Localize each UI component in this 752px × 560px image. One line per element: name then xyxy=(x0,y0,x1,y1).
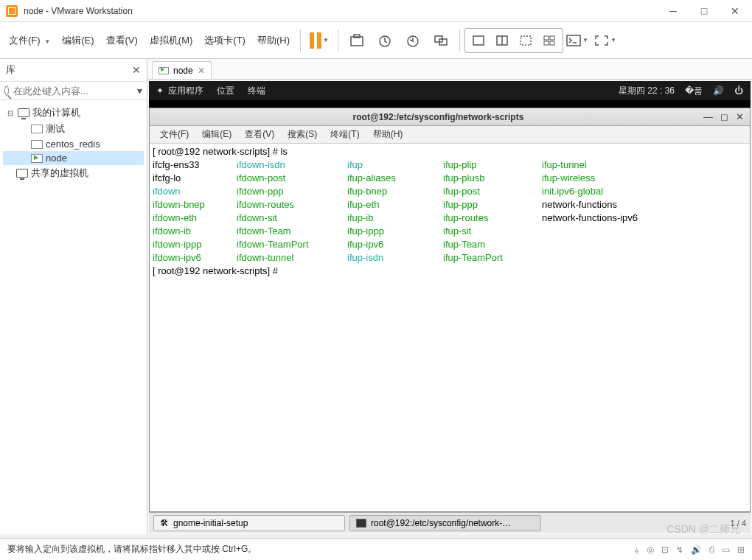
status-bar: 要将输入定向到该虚拟机，请将鼠标指针移入其中或按 Ctrl+G。 ⏚ ◎ ⊡ ↯… xyxy=(0,538,752,560)
workspace-indicator[interactable]: 1 / 4 xyxy=(731,519,746,528)
device-sound-icon[interactable]: 🔊 xyxy=(691,545,702,555)
maximize-button[interactable]: □ xyxy=(699,6,709,16)
terminal-window: root@192:/etc/sysconfig/network-scripts … xyxy=(149,108,751,512)
ls-entry: ifup-ipv6 xyxy=(347,238,443,251)
ls-entry: ifdown-bnep xyxy=(153,198,237,211)
ls-entry: ifdown-TeamPort xyxy=(237,238,347,251)
term-menu-terminal[interactable]: 终端(T) xyxy=(326,127,363,142)
task-gnome-initial-setup[interactable]: 🛠 gnome-initial-setup xyxy=(153,515,345,531)
menu-edit[interactable]: 编辑(E) xyxy=(56,31,100,50)
svg-rect-10 xyxy=(544,36,549,40)
terminal-menubar: 文件(F) 编辑(E) 查看(V) 搜索(S) 终端(T) 帮助(H) xyxy=(150,126,750,144)
terminal-titlebar[interactable]: root@192:/etc/sysconfig/network-scripts … xyxy=(150,108,750,126)
snapshot-mgr-button[interactable] xyxy=(400,28,425,53)
window-titlebar: node - VMware Workstation ─ □ ✕ xyxy=(0,0,752,22)
device-hdd-icon[interactable]: ⏚ xyxy=(634,545,639,555)
view-single-button[interactable] xyxy=(468,30,489,51)
menubar: 文件(F) ▼ 编辑(E) 查看(V) 虚拟机(M) 选项卡(T) 帮助(H) … xyxy=(0,22,752,59)
view-thumbnail-button[interactable] xyxy=(539,30,560,51)
device-usb-icon[interactable]: ↯ xyxy=(676,545,683,555)
svg-rect-12 xyxy=(544,41,549,45)
message-icon[interactable]: ⊞ xyxy=(737,545,745,555)
term-menu-file[interactable]: 文件(F) xyxy=(156,127,193,142)
ls-entry: ifup-wireless xyxy=(542,172,704,185)
tree-shared-vms[interactable]: 共享的虚拟机 xyxy=(3,165,144,181)
svg-rect-11 xyxy=(550,36,554,40)
svg-rect-13 xyxy=(550,41,554,45)
library-search[interactable]: ▾ xyxy=(0,82,147,100)
terminal-close-button[interactable]: ✕ xyxy=(736,111,744,122)
device-network-icon[interactable]: ⊡ xyxy=(661,545,669,555)
search-dropdown-button[interactable]: ▾ xyxy=(137,85,142,97)
manage-button[interactable] xyxy=(428,28,453,53)
ls-entry: ifup-TeamPort xyxy=(443,251,542,265)
minimize-button[interactable]: ─ xyxy=(668,6,678,16)
terminal-minimize-button[interactable]: — xyxy=(703,111,713,122)
expand-toggle[interactable]: ⊟ xyxy=(6,109,15,117)
ls-entry: ifup-post xyxy=(443,185,542,198)
task-terminal[interactable]: root@192:/etc/sysconfig/network-… xyxy=(349,515,541,531)
device-printer-icon[interactable]: ⎙ xyxy=(709,545,714,555)
menu-vm[interactable]: 虚拟机(M) xyxy=(144,31,199,50)
tree-vm-node[interactable]: node xyxy=(3,151,144,165)
ls-entry: network-functions-ipv6 xyxy=(542,211,704,225)
term-menu-help[interactable]: 帮助(H) xyxy=(369,127,408,142)
terminal-body[interactable]: [ root@192 network-scripts] # ls ifcfg-e… xyxy=(150,144,750,511)
vm-viewport[interactable]: ✦ 应用程序 位置 终端 星期四 22 : 36 �품 🔊 ⏻ root@192… xyxy=(149,81,751,533)
network-icon[interactable]: �품 xyxy=(685,85,703,97)
power-icon[interactable]: ⏻ xyxy=(734,85,743,96)
gnome-terminal-menu[interactable]: 终端 xyxy=(248,85,265,97)
close-button[interactable]: ✕ xyxy=(730,6,740,16)
ls-entry: ifup-sit xyxy=(443,225,542,238)
vm-content-area: node ✕ ✦ 应用程序 位置 终端 星期四 22 : 36 �품 🔊 ⏻ xyxy=(147,59,752,534)
gnome-apps-menu[interactable]: 应用程序 xyxy=(168,85,203,97)
fullscreen-button[interactable]: ▼ xyxy=(593,28,618,53)
view-split-button[interactable] xyxy=(492,30,512,51)
term-menu-search[interactable]: 搜索(S) xyxy=(283,127,321,142)
device-cd-icon[interactable]: ◎ xyxy=(647,545,654,555)
tab-close-button[interactable]: ✕ xyxy=(198,66,205,76)
pause-button[interactable]: ▼ xyxy=(307,28,332,53)
tab-node[interactable]: node ✕ xyxy=(152,61,212,79)
view-unity-button[interactable] xyxy=(515,30,536,51)
computer-icon xyxy=(16,169,28,178)
menu-tabs[interactable]: 选项卡(T) xyxy=(198,31,251,50)
ls-entry: ifdown-ppp xyxy=(237,185,347,198)
tree-my-computer[interactable]: ⊟ 我的计算机 xyxy=(3,105,144,121)
tree-vm-test[interactable]: 测试 xyxy=(3,121,144,137)
terminal-maximize-button[interactable]: ◻ xyxy=(720,111,728,122)
menu-view[interactable]: 查看(V) xyxy=(100,31,144,50)
ls-entry: ifup xyxy=(347,158,443,172)
menu-file[interactable]: 文件(F) ▼ xyxy=(3,31,56,50)
device-display-icon[interactable]: ▭ xyxy=(722,545,730,555)
ls-entry: ifdown-ipv6 xyxy=(153,251,237,265)
revert-button[interactable] xyxy=(372,28,397,53)
terminal-title: root@192:/etc/sysconfig/network-scripts xyxy=(179,112,697,122)
term-menu-view[interactable]: 查看(V) xyxy=(240,127,279,142)
menu-help[interactable]: 帮助(H) xyxy=(251,31,296,50)
ls-entry: init.ipv6-global xyxy=(542,185,704,198)
sidebar-close-button[interactable]: ✕ xyxy=(132,64,141,76)
ls-entry: ifdown xyxy=(153,185,237,198)
search-icon xyxy=(4,85,9,96)
ls-entry: ifdown-Team xyxy=(237,225,347,238)
console-button[interactable]: ▼ xyxy=(565,28,590,53)
snapshot-button[interactable] xyxy=(344,28,369,53)
ls-entry: ifup-tunnel xyxy=(542,158,704,172)
ls-entry: ifup-bnep xyxy=(347,185,443,198)
volume-icon[interactable]: 🔊 xyxy=(713,85,724,96)
term-menu-edit[interactable]: 编辑(E) xyxy=(198,127,236,142)
computer-icon xyxy=(18,108,29,117)
gnome-clock[interactable]: 星期四 22 : 36 xyxy=(619,85,675,97)
vm-running-icon xyxy=(31,154,43,163)
gnome-places-menu[interactable]: 位置 xyxy=(217,85,234,97)
status-hint: 要将输入定向到该虚拟机，请将鼠标指针移入其中或按 Ctrl+G。 xyxy=(7,543,257,556)
ls-entry: ifcfg-ens33 xyxy=(153,158,237,172)
ls-entry: ifdown-routes xyxy=(237,198,347,211)
tree-vm-centos[interactable]: centos_redis xyxy=(3,137,144,151)
ls-entry: ifdown-eth xyxy=(153,211,237,225)
ls-entry: ifup-Team xyxy=(443,238,542,251)
app-icon xyxy=(6,5,18,17)
terminal-icon xyxy=(356,519,366,528)
search-input[interactable] xyxy=(13,85,137,97)
